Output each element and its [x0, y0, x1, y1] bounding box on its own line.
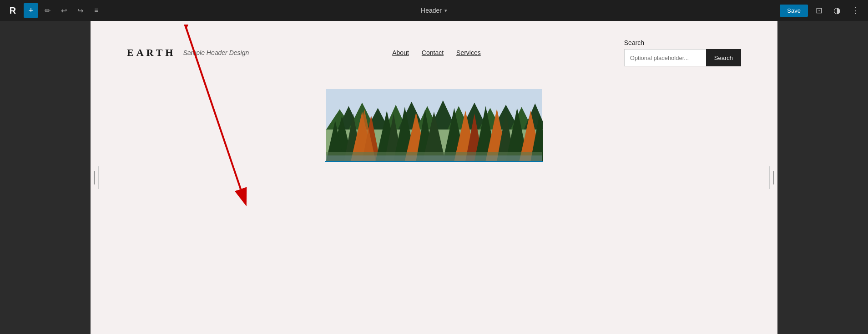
header-label: Header — [421, 7, 442, 14]
edit-icon: ✏ — [45, 6, 50, 15]
redo-icon: ↪ — [77, 6, 83, 15]
save-button[interactable]: Save — [780, 5, 808, 17]
list-button[interactable]: ≡ — [89, 3, 104, 18]
chevron-down-icon[interactable]: ▾ — [444, 8, 447, 14]
search-input[interactable] — [624, 49, 706, 66]
forest-svg — [325, 89, 543, 161]
logo-text: EARTH — [127, 47, 176, 59]
canvas-frame: EARTH Sample Header Design About Contact… — [91, 21, 777, 334]
search-row: Search — [624, 49, 741, 66]
contrast-button[interactable]: ◑ — [830, 3, 844, 18]
toolbar-right: Save ⊡ ◑ ⋮ — [780, 3, 863, 18]
canvas-area: EARTH Sample Header Design About Contact… — [0, 21, 868, 334]
add-button[interactable]: + — [24, 3, 38, 18]
edit-icon-button[interactable]: ✏ — [40, 3, 55, 18]
nav-link-contact[interactable]: Contact — [422, 49, 444, 56]
preview-content — [91, 80, 777, 334]
more-options-button[interactable]: ⋮ — [848, 3, 863, 18]
toolbar-center: Header ▾ — [421, 7, 447, 14]
logo-section: EARTH Sample Header Design — [127, 47, 249, 59]
undo-icon: ↩ — [61, 6, 67, 15]
preview-header: EARTH Sample Header Design About Contact… — [91, 21, 777, 80]
more-icon: ⋮ — [851, 5, 859, 15]
search-section: Search Search — [624, 39, 741, 66]
search-label: Search — [624, 39, 741, 46]
search-button[interactable]: Search — [706, 49, 741, 66]
site-logo: R — [5, 3, 20, 18]
resize-handle-left[interactable] — [91, 166, 99, 189]
handle-bar-right — [773, 171, 774, 184]
split-view-icon: ⊡ — [816, 5, 823, 15]
handle-bar-left — [94, 171, 95, 184]
contrast-icon: ◑ — [833, 5, 841, 15]
forest-image — [325, 89, 543, 162]
resize-handle-right[interactable] — [769, 166, 777, 189]
list-icon: ≡ — [94, 6, 98, 15]
nav-links: About Contact Services — [392, 49, 481, 56]
nav-link-services[interactable]: Services — [456, 49, 481, 56]
redo-button[interactable]: ↪ — [73, 3, 87, 18]
undo-button[interactable]: ↩ — [56, 3, 71, 18]
logo-subtitle: Sample Header Design — [183, 49, 249, 56]
nav-link-about[interactable]: About — [392, 49, 409, 56]
split-view-button[interactable]: ⊡ — [812, 3, 826, 18]
toolbar: R + ✏ ↩ ↪ ≡ Header ▾ Save ⊡ ◑ ⋮ — [0, 0, 868, 21]
svg-rect-41 — [326, 155, 542, 161]
